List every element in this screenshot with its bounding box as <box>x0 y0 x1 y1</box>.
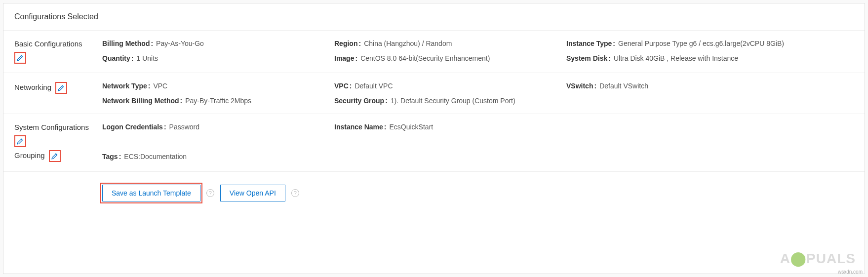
section-system-grouping: System Configurations Grouping Logon Cre… <box>3 114 865 172</box>
pencil-icon <box>57 83 66 92</box>
section-basic: Basic Configurations Billing Method: Pay… <box>3 31 865 73</box>
view-open-api-button[interactable]: View Open API <box>220 185 285 201</box>
edit-grouping-button[interactable] <box>49 150 61 162</box>
kv-vpc: VPC: Default VPC <box>334 82 566 90</box>
kv-security-group: Security Group: 1). Default Security Gro… <box>334 97 566 105</box>
section-label-networking: Networking <box>14 83 51 91</box>
kv-quantity: Quantity: 1 Units <box>102 54 334 62</box>
kv-tags: Tags: ECS:Documentation <box>102 153 334 160</box>
section-networking: Networking Network Type: VPC Network Bil… <box>3 73 865 114</box>
watermark-logo: A⬤PUALS <box>780 250 856 267</box>
kv-instance-name: Instance Name: EcsQuickStart <box>334 123 566 131</box>
section-label-basic: Basic Configurations <box>14 40 82 48</box>
kv-instance-type: Instance Type: General Purpose Type g6 /… <box>566 40 865 47</box>
panel-title: Configurations Selected <box>3 3 865 31</box>
kv-logon-credentials: Logon Credentials: Password <box>102 123 334 131</box>
edit-basic-button[interactable] <box>14 52 26 64</box>
section-label-system: System Configurations <box>14 123 89 131</box>
source-tag: wsxdn.com <box>838 269 863 275</box>
kv-billing-method: Billing Method: Pay-As-You-Go <box>102 40 334 47</box>
section-label-grouping: Grouping <box>14 151 45 159</box>
kv-network-type: Network Type: VPC <box>102 82 334 90</box>
configurations-panel: Configurations Selected Basic Configurat… <box>3 3 865 274</box>
edit-networking-button[interactable] <box>55 82 67 94</box>
kv-system-disk: System Disk: Ultra Disk 40GiB , Release … <box>566 54 865 62</box>
help-icon[interactable]: ? <box>291 189 299 197</box>
kv-network-billing: Network Billing Method: Pay-By-Traffic 2… <box>102 97 334 105</box>
edit-system-button[interactable] <box>14 135 26 147</box>
save-as-launch-template-button[interactable]: Save as Launch Template <box>102 185 200 201</box>
pencil-icon <box>16 53 25 62</box>
pencil-icon <box>50 152 59 160</box>
kv-region: Region: China (Hangzhou) / Random <box>334 40 566 47</box>
pencil-icon <box>16 137 25 146</box>
kv-vswitch: VSwitch: Default VSwitch <box>566 82 865 90</box>
help-icon[interactable]: ? <box>206 189 214 197</box>
kv-image: Image: CentOS 8.0 64-bit(Security Enhanc… <box>334 54 566 62</box>
action-row: Save as Launch Template ? View Open API … <box>3 172 865 201</box>
